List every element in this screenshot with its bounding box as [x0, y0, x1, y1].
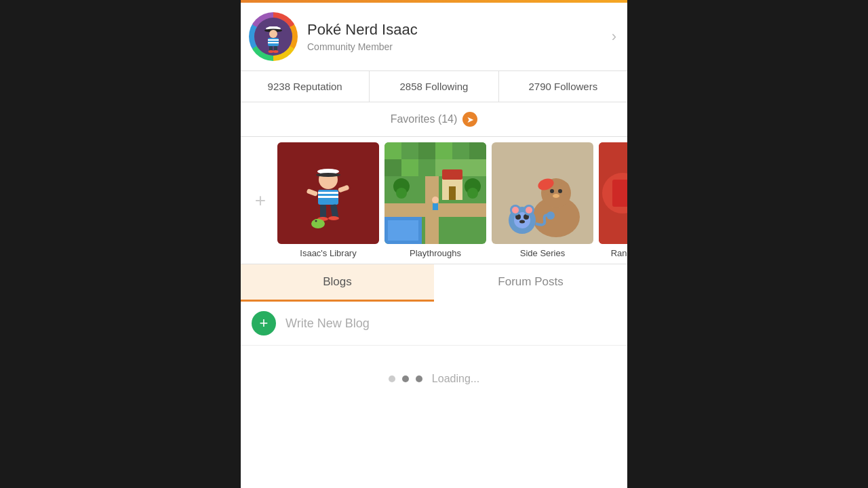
add-blog-button[interactable]: +	[252, 311, 276, 336]
add-favorite-button[interactable]: +	[246, 186, 275, 215]
svg-rect-34	[435, 142, 452, 159]
svg-point-59	[559, 182, 570, 195]
svg-point-29	[315, 220, 317, 222]
favorite-item-side-series[interactable]: Side Series	[492, 142, 593, 258]
svg-rect-35	[452, 142, 469, 159]
favorite-item-playthroughs[interactable]: Playthroughs	[384, 142, 486, 258]
loading-area: Loading...	[241, 346, 627, 412]
avatar-svg	[254, 18, 292, 56]
svg-point-60	[550, 189, 554, 193]
svg-rect-51	[442, 169, 462, 180]
svg-point-53	[432, 197, 439, 203]
svg-point-11	[273, 50, 279, 53]
svg-rect-19	[318, 192, 338, 194]
stats-row: 9238 Reputation 2858 Following 2790 Foll…	[241, 71, 627, 102]
svg-point-17	[316, 173, 340, 177]
loading-dot-3	[416, 375, 422, 382]
svg-point-4	[269, 30, 277, 38]
svg-point-72	[526, 207, 532, 214]
playthroughs-thumb	[384, 142, 486, 244]
svg-rect-76	[612, 180, 627, 207]
svg-point-62	[553, 194, 559, 198]
profile-left: Poké Nerd Isaac Community Member	[249, 12, 418, 61]
svg-rect-32	[401, 142, 418, 159]
svg-rect-38	[401, 159, 418, 176]
playthroughs-svg	[384, 142, 486, 244]
random-thumb	[599, 142, 627, 244]
isaacs-library-label: Isaac's Library	[300, 248, 356, 258]
profile-role: Community Member	[307, 41, 418, 52]
tab-forum-posts[interactable]: Forum Posts	[434, 264, 627, 302]
profile-info: Poké Nerd Isaac Community Member	[307, 21, 418, 52]
followers-stat[interactable]: 2790 Followers	[499, 71, 627, 102]
profile-name: Poké Nerd Isaac	[307, 21, 418, 39]
svg-rect-39	[418, 159, 435, 176]
svg-rect-54	[433, 203, 438, 210]
favorite-item-random[interactable]: Ran...	[599, 142, 627, 258]
avatar[interactable]	[249, 12, 298, 61]
loading-dot-1	[389, 375, 395, 382]
svg-rect-52	[449, 186, 456, 200]
svg-point-73	[547, 211, 555, 220]
svg-rect-21	[320, 205, 326, 218]
random-label: Ran...	[611, 248, 627, 258]
loading-dot-2	[402, 375, 409, 382]
side-series-label: Side Series	[520, 248, 565, 258]
svg-rect-6	[268, 39, 279, 41]
svg-rect-36	[469, 142, 486, 159]
favorites-header[interactable]: Favorites (14) ➤	[241, 102, 627, 137]
svg-rect-33	[418, 142, 435, 159]
svg-point-48	[396, 188, 407, 199]
tabs-row: Blogs Forum Posts	[241, 264, 627, 302]
svg-point-49	[467, 188, 478, 199]
following-stat[interactable]: 2858 Following	[370, 71, 498, 102]
side-series-thumb	[492, 142, 593, 244]
side-series-svg	[492, 142, 593, 244]
profile-header: Poké Nerd Isaac Community Member ›	[241, 3, 627, 71]
svg-point-24	[328, 216, 339, 220]
profile-chevron-right-icon[interactable]: ›	[612, 28, 616, 45]
write-blog-text: Write New Blog	[285, 317, 370, 331]
svg-rect-31	[384, 142, 401, 159]
content-area: + Write New Blog Loading...	[241, 302, 627, 488]
svg-point-71	[512, 207, 519, 214]
svg-rect-43	[439, 203, 486, 217]
reputation-stat[interactable]: 9238 Reputation	[241, 71, 370, 102]
svg-rect-20	[318, 196, 338, 198]
playthroughs-label: Playthroughs	[410, 248, 461, 258]
favorites-title: Favorites (14)	[391, 113, 458, 125]
svg-rect-42	[384, 203, 425, 217]
loading-text: Loading...	[432, 373, 479, 385]
isaacs-library-svg	[277, 142, 379, 244]
svg-rect-37	[384, 159, 401, 176]
isaacs-library-thumb	[277, 142, 379, 244]
random-svg	[599, 142, 627, 244]
favorites-carousel: +	[241, 137, 627, 264]
svg-point-68	[519, 220, 525, 224]
avatar-character	[254, 18, 292, 56]
favorite-item-isaacs-library[interactable]: Isaac's Library	[277, 142, 379, 258]
write-blog-row: + Write New Blog	[241, 302, 627, 346]
svg-point-61	[558, 189, 562, 193]
screen-wrapper: Poké Nerd Isaac Community Member › 9238 …	[241, 0, 627, 488]
svg-rect-7	[268, 42, 279, 43]
svg-rect-45	[388, 220, 418, 241]
favorites-arrow-icon[interactable]: ➤	[462, 112, 477, 127]
tab-blogs[interactable]: Blogs	[241, 264, 434, 302]
svg-point-10	[269, 50, 274, 53]
